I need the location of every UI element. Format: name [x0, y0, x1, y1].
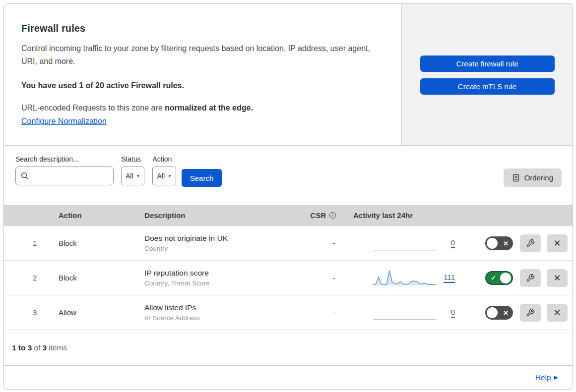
toggle-x-icon: ✕	[503, 239, 509, 247]
rule-priority: 1	[4, 239, 51, 247]
ordering-button-label: Ordering	[524, 173, 553, 182]
search-group: Search description...	[15, 155, 114, 185]
rule-description-cell: Does not originate in UK Country	[137, 234, 296, 252]
actions-panel: Create firewall rule Create mTLS rule	[402, 4, 573, 145]
action-filter-group: Action All ▼	[152, 155, 176, 185]
header-csr: CSR	[296, 211, 350, 220]
page-description: Control incoming traffic to your zone by…	[21, 42, 372, 68]
create-firewall-rule-button[interactable]: Create firewall rule	[420, 56, 555, 72]
pagination-of: of	[34, 343, 40, 352]
toggle-knob	[487, 238, 498, 249]
chevron-down-icon: ▼	[136, 174, 140, 178]
rule-criteria: IP Source Address	[144, 314, 296, 322]
chevron-down-icon: ▼	[168, 174, 172, 178]
toggle-knob	[500, 273, 511, 283]
help-row: Help ▶	[4, 366, 573, 389]
rule-enabled-toggle[interactable]: ✓ ✕	[485, 236, 513, 250]
help-link-label: Help	[535, 373, 551, 382]
toggle-x-icon: ✕	[503, 309, 509, 316]
wrench-icon	[526, 308, 535, 317]
create-mtls-rule-button[interactable]: Create mTLS rule	[420, 78, 555, 95]
edit-rule-button[interactable]	[520, 234, 541, 252]
search-field-wrap	[15, 167, 114, 185]
rule-activity-cell: 111	[350, 269, 457, 287]
rule-controls: ✓ ✕ ✕	[457, 304, 573, 322]
rule-criteria: Country	[144, 245, 296, 252]
close-icon: ✕	[553, 238, 561, 249]
status-select-value: All	[126, 172, 133, 180]
wrench-icon	[526, 239, 535, 248]
rule-activity-cell: 0	[350, 234, 457, 252]
rule-csr: -	[296, 308, 350, 317]
search-button[interactable]: Search	[182, 169, 222, 187]
pagination: 1 to 3 of 3 items	[4, 330, 573, 366]
rule-enabled-toggle[interactable]: ✓ ✕	[485, 271, 513, 285]
pagination-items: items	[49, 343, 67, 352]
table-row: 1 Block Does not originate in UK Country…	[4, 226, 573, 261]
rule-description: Allow listed IPs	[144, 303, 296, 312]
page-title: Firewall rules	[21, 23, 372, 34]
table-row: 2 Block IP reputation score Country, Thr…	[4, 261, 573, 295]
ordering-list-icon	[512, 174, 520, 182]
edit-rule-button[interactable]	[520, 304, 541, 322]
normalization-note: URL-encoded Requests to this zone are no…	[21, 104, 372, 112]
normalization-note-bold: normalized at the edge.	[165, 104, 253, 112]
intro-text-block: Firewall rules Control incoming traffic …	[4, 4, 402, 145]
table-header: Action Description CSR Activity last 24h…	[4, 205, 573, 226]
intro-section: Firewall rules Control incoming traffic …	[4, 4, 573, 146]
header-action: Action	[51, 211, 137, 220]
rule-action: Allow	[51, 308, 137, 317]
rule-csr: -	[296, 239, 350, 247]
pagination-range: 1 to 3	[12, 343, 32, 352]
delete-rule-button[interactable]: ✕	[547, 234, 568, 252]
help-link[interactable]: Help ▶	[535, 373, 558, 382]
activity-sparkline	[373, 234, 436, 252]
toggle-check-icon: ✓	[491, 274, 496, 281]
close-icon: ✕	[553, 307, 561, 318]
header-activity: Activity last 24hr	[350, 211, 457, 220]
pagination-total: 3	[42, 343, 47, 352]
rule-description: Does not originate in UK	[144, 234, 296, 243]
ordering-button[interactable]: Ordering	[504, 168, 562, 187]
status-select[interactable]: All ▼	[121, 167, 144, 185]
status-filter-group: Status All ▼	[121, 155, 144, 185]
filter-bar: Search description... Status All ▼ Actio…	[4, 146, 573, 205]
activity-count-link[interactable]: 111	[444, 273, 455, 283]
header-csr-label: CSR	[310, 211, 326, 220]
rule-priority: 2	[4, 274, 51, 282]
usage-summary: You have used 1 of 20 active Firewall ru…	[21, 81, 372, 90]
action-select[interactable]: All ▼	[152, 167, 176, 185]
help-arrow-icon: ▶	[554, 374, 558, 381]
wrench-icon	[526, 274, 535, 282]
configure-normalization-link[interactable]: Configure Normalization	[21, 117, 107, 125]
rule-description: IP reputation score	[144, 269, 296, 278]
rule-activity-cell: 0	[350, 304, 457, 322]
rule-description-cell: IP reputation score Country, Threat Scor…	[137, 269, 296, 287]
activity-count-link[interactable]: 0	[451, 238, 455, 248]
table-row: 3 Allow Allow listed IPs IP Source Addre…	[4, 295, 573, 330]
info-icon[interactable]	[329, 212, 336, 219]
close-icon: ✕	[553, 273, 561, 283]
rule-criteria: Country, Threat Score	[144, 280, 296, 287]
toggle-knob	[487, 307, 498, 318]
activity-sparkline	[373, 269, 436, 287]
search-label: Search description...	[15, 155, 114, 163]
header-description: Description	[137, 211, 296, 220]
delete-rule-button[interactable]: ✕	[547, 304, 568, 322]
rule-controls: ✓ ✕ ✕	[457, 269, 573, 287]
activity-sparkline	[373, 304, 436, 322]
rule-priority: 3	[4, 308, 51, 317]
activity-count-link[interactable]: 0	[451, 308, 455, 318]
search-icon	[21, 172, 29, 180]
rule-csr: -	[296, 274, 350, 282]
firewall-rules-page: Firewall rules Control incoming traffic …	[3, 3, 573, 390]
action-label: Action	[152, 155, 176, 163]
action-select-value: All	[157, 172, 165, 180]
rule-enabled-toggle[interactable]: ✓ ✕	[485, 306, 513, 320]
delete-rule-button[interactable]: ✕	[547, 269, 568, 287]
status-label: Status	[121, 155, 144, 163]
rule-action: Block	[51, 274, 137, 282]
search-input[interactable]	[15, 167, 114, 185]
rule-action: Block	[51, 239, 137, 247]
edit-rule-button[interactable]	[520, 269, 541, 287]
